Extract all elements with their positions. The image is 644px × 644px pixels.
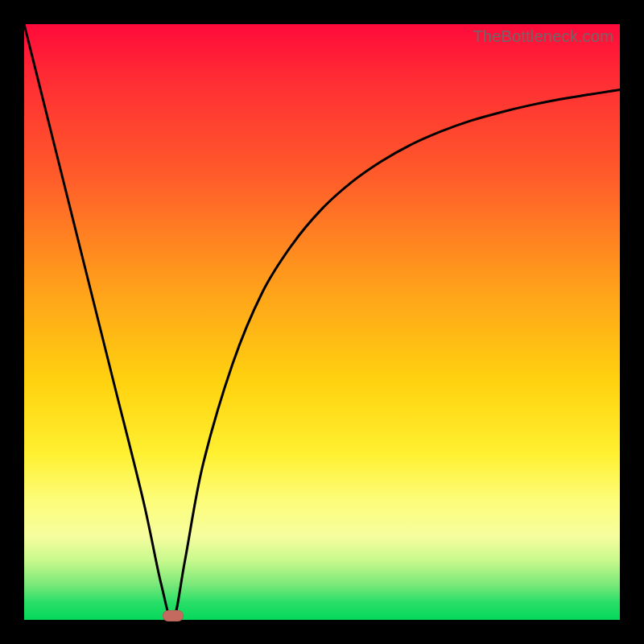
- plot-area: TheBottleneck.com: [24, 24, 620, 620]
- chart-frame: TheBottleneck.com: [0, 0, 644, 644]
- bottleneck-curve: [24, 24, 620, 620]
- curve-layer: [24, 24, 620, 620]
- optimum-marker: [163, 610, 184, 621]
